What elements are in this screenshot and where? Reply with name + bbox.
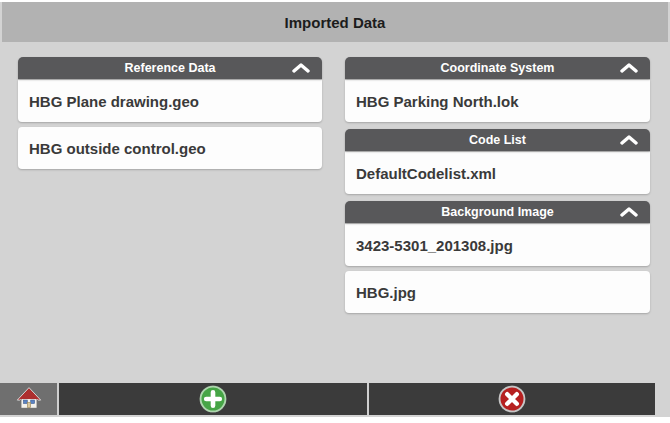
section-title: Background Image	[441, 205, 554, 219]
chevron-up-icon[interactable]	[620, 63, 638, 73]
chevron-up-icon[interactable]	[620, 135, 638, 145]
section-title: Coordinate System	[441, 61, 555, 75]
cancel-button[interactable]	[369, 383, 655, 415]
list-item[interactable]: DefaultCodelist.xml	[345, 152, 650, 194]
bottom-toolbar	[0, 383, 655, 415]
plus-icon	[199, 385, 227, 413]
chevron-up-icon[interactable]	[620, 207, 638, 217]
list-item[interactable]: HBG Plane drawing.geo	[18, 80, 322, 122]
section-reference-data: Reference Data HBG Plane drawing.geo HBG…	[18, 57, 322, 169]
section-title: Reference Data	[124, 61, 215, 75]
list-item[interactable]: 3423-5301_201308.jpg	[345, 224, 650, 266]
section-header-reference-data[interactable]: Reference Data	[18, 57, 322, 79]
chevron-up-icon[interactable]	[292, 63, 310, 73]
cancel-x-icon	[498, 385, 526, 413]
section-code-list: Code List DefaultCodelist.xml	[345, 129, 650, 194]
page-title: Imported Data	[285, 14, 386, 31]
home-button[interactable]	[0, 383, 57, 415]
list-item[interactable]: HBG.jpg	[345, 271, 650, 313]
section-header-background-image[interactable]: Background Image	[345, 201, 650, 223]
home-icon	[16, 386, 42, 412]
list-item[interactable]: HBG Parking North.lok	[345, 80, 650, 122]
right-column: Coordinate System HBG Parking North.lok …	[345, 57, 650, 320]
section-title: Code List	[469, 133, 526, 147]
bottom-strip	[0, 417, 670, 423]
section-header-code-list[interactable]: Code List	[345, 129, 650, 151]
titlebar: Imported Data	[2, 2, 668, 42]
add-button[interactable]	[59, 383, 367, 415]
section-coordinate-system: Coordinate System HBG Parking North.lok	[345, 57, 650, 122]
list-item[interactable]: HBG outside control.geo	[18, 127, 322, 169]
imported-data-screen: Imported Data Reference Data HBG Plane d…	[0, 0, 670, 423]
section-header-coordinate-system[interactable]: Coordinate System	[345, 57, 650, 79]
left-column: Reference Data HBG Plane drawing.geo HBG…	[18, 57, 322, 176]
section-background-image: Background Image 3423-5301_201308.jpg HB…	[345, 201, 650, 313]
